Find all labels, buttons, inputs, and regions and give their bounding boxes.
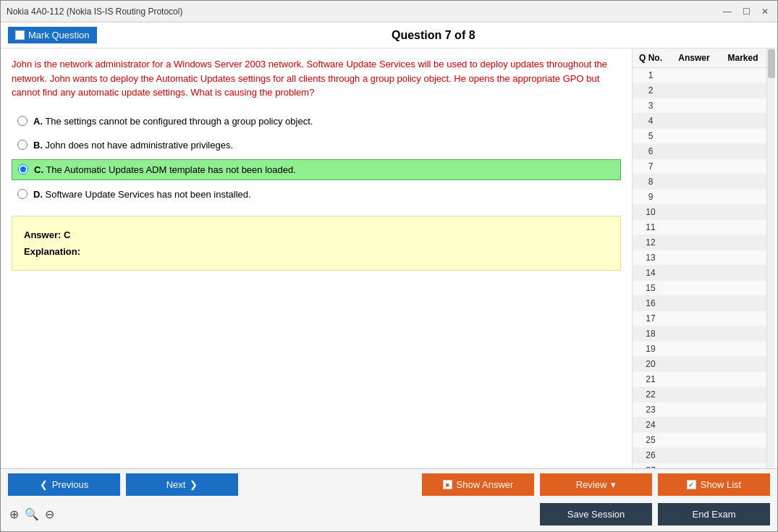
option-d-radio[interactable] xyxy=(17,189,28,199)
sidebar-header-qno: Q No. xyxy=(633,51,669,64)
show-answer-button[interactable]: ■ Show Answer xyxy=(422,473,534,496)
sidebar-row-qno: 21 xyxy=(633,372,669,387)
sidebar-scrollbar-thumb[interactable] xyxy=(768,49,775,78)
sidebar-row[interactable]: 24 xyxy=(633,418,766,433)
next-button[interactable]: Next xyxy=(126,473,238,496)
zoom-in-button[interactable]: ⊕ xyxy=(8,506,20,523)
sidebar-row[interactable]: 2 xyxy=(633,83,766,98)
minimize-button[interactable]: — xyxy=(721,7,734,17)
sidebar-row[interactable]: 8 xyxy=(633,174,766,190)
sidebar-header-answer: Answer xyxy=(669,51,719,64)
sidebar-row-qno: 24 xyxy=(633,418,669,432)
sidebar-row-qno: 5 xyxy=(633,129,669,143)
sidebar-row-qno: 22 xyxy=(633,387,669,402)
save-session-button[interactable]: Save Session xyxy=(540,503,652,525)
show-answer-label: Show Answer xyxy=(457,479,514,490)
question-area: John is the network administrator for a … xyxy=(1,48,633,468)
option-a[interactable]: A. The settings cannot be configured thr… xyxy=(12,111,621,131)
sidebar-row-answer xyxy=(669,174,719,189)
sidebar-row-marked xyxy=(719,220,766,235)
sidebar-row-marked xyxy=(719,68,766,83)
mark-question-button[interactable]: Mark Question xyxy=(8,27,97,43)
zoom-out-button[interactable]: ⊖ xyxy=(43,506,56,523)
sidebar-row-qno: 9 xyxy=(633,190,669,204)
option-b-radio[interactable] xyxy=(17,140,28,150)
sidebar-row[interactable]: 12 xyxy=(633,235,766,250)
sidebar-row[interactable]: 4 xyxy=(633,114,766,129)
sidebar-row[interactable]: 10 xyxy=(633,205,766,220)
sidebar-row[interactable]: 16 xyxy=(633,296,766,311)
option-c[interactable]: C. The Automatic Updates ADM template ha… xyxy=(12,159,621,180)
sidebar-row[interactable]: 13 xyxy=(633,250,766,266)
show-answer-check-icon: ■ xyxy=(443,480,452,489)
sidebar-row[interactable]: 25 xyxy=(633,433,766,448)
sidebar-row-qno: 26 xyxy=(633,448,669,463)
sidebar-row-marked xyxy=(719,418,766,432)
sidebar-row-answer xyxy=(669,159,719,174)
sidebar-row[interactable]: 21 xyxy=(633,372,766,387)
sidebar-row-answer xyxy=(669,463,719,468)
sidebar-row[interactable]: 5 xyxy=(633,129,766,144)
sidebar-row[interactable]: 18 xyxy=(633,326,766,342)
sidebar-scrollbar[interactable] xyxy=(766,48,775,468)
sidebar-row-marked xyxy=(719,129,766,143)
main-window: Nokia 4A0-112 (Nokia IS-IS Routing Proto… xyxy=(0,0,778,532)
sidebar-row[interactable]: 14 xyxy=(633,266,766,281)
previous-button[interactable]: Previous xyxy=(8,473,120,496)
sidebar-row[interactable]: 9 xyxy=(633,190,766,205)
sidebar-row[interactable]: 17 xyxy=(633,311,766,326)
sidebar-row[interactable]: 1 xyxy=(633,68,766,83)
sidebar-row-answer xyxy=(669,402,719,417)
mark-question-label: Mark Question xyxy=(28,30,90,41)
sidebar-row-answer xyxy=(669,114,719,128)
sidebar-row-qno: 14 xyxy=(633,266,669,280)
option-d[interactable]: D. Software Update Services has not been… xyxy=(12,185,621,204)
sidebar-row-marked xyxy=(719,98,766,113)
sidebar-row[interactable]: 15 xyxy=(633,281,766,296)
sidebar-row[interactable]: 23 xyxy=(633,402,766,418)
option-b[interactable]: B. John does not have administrative pri… xyxy=(12,135,621,155)
sidebar-row-answer xyxy=(669,68,719,83)
sidebar-row-marked xyxy=(719,159,766,174)
sidebar-row-qno: 13 xyxy=(633,250,669,265)
sidebar-row[interactable]: 11 xyxy=(633,220,766,235)
sidebar-row[interactable]: 22 xyxy=(633,387,766,402)
sidebar-rows: 1 2 3 4 5 6 7 8 xyxy=(633,68,766,468)
sidebar-row-qno: 27 xyxy=(633,463,669,468)
sidebar-row-qno: 17 xyxy=(633,311,669,326)
sidebar-row[interactable]: 3 xyxy=(633,98,766,114)
sidebar-header: Q No. Answer Marked xyxy=(633,48,766,68)
toolbar: Mark Question Question 7 of 8 xyxy=(1,22,777,48)
end-exam-button[interactable]: End Exam xyxy=(658,503,770,525)
sidebar-row-marked xyxy=(719,402,766,417)
sidebar-row-marked xyxy=(719,114,766,128)
show-list-button[interactable]: ✔ Show List xyxy=(658,473,770,496)
sidebar-row-answer xyxy=(669,250,719,265)
option-a-label: A. The settings cannot be configured thr… xyxy=(33,116,313,127)
sidebar-row[interactable]: 6 xyxy=(633,144,766,159)
sidebar-row[interactable]: 7 xyxy=(633,159,766,174)
sidebar-row[interactable]: 19 xyxy=(633,342,766,357)
option-a-radio[interactable] xyxy=(17,116,28,126)
sidebar-row[interactable]: 27 xyxy=(633,463,766,468)
sidebar-row-answer xyxy=(669,266,719,280)
sidebar-row[interactable]: 26 xyxy=(633,448,766,463)
previous-arrow-icon xyxy=(40,479,48,490)
question-title: Question 7 of 8 xyxy=(97,29,770,42)
option-c-radio[interactable] xyxy=(18,164,28,174)
sidebar-row-answer xyxy=(669,281,719,295)
sidebar-row-marked xyxy=(719,433,766,447)
sidebar-row-qno: 8 xyxy=(633,174,669,189)
sidebar-row-answer xyxy=(669,433,719,447)
restore-button[interactable]: ☐ xyxy=(740,7,753,17)
sidebar-row-answer xyxy=(669,357,719,371)
sidebar-row-answer xyxy=(669,83,719,98)
sidebar-row[interactable]: 20 xyxy=(633,357,766,372)
close-button[interactable]: ✕ xyxy=(758,7,771,17)
sidebar-row-qno: 19 xyxy=(633,342,669,356)
sidebar-row-marked xyxy=(719,342,766,356)
question-text: John is the network administrator for a … xyxy=(12,57,621,100)
sidebar-row-qno: 2 xyxy=(633,83,669,98)
zoom-normal-button[interactable]: 🔍 xyxy=(23,506,41,523)
review-button[interactable]: Review ▾ xyxy=(540,473,652,496)
